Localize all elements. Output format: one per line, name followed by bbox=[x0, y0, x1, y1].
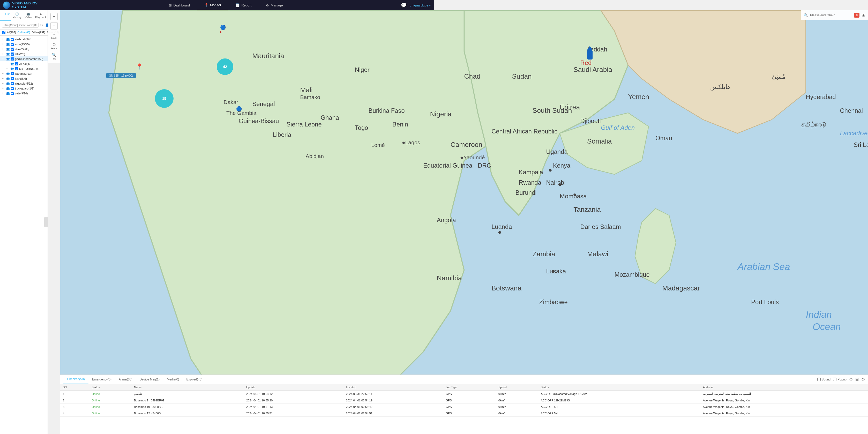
location-pin-zambia[interactable]: 🔵 bbox=[236, 106, 242, 112]
device-checkbox[interactable] bbox=[11, 72, 14, 75]
main-nav: ⊞ Dashboard 📍 Monitor 📄 Report ⚙ Manage bbox=[51, 0, 401, 10]
group-icon: 👥 bbox=[6, 42, 10, 46]
device-checkbox[interactable] bbox=[11, 82, 14, 85]
filter-online[interactable]: Online(66) bbox=[17, 31, 30, 34]
nav-monitor-label: Monitor bbox=[210, 3, 221, 7]
svg-text:Nigeria: Nigeria bbox=[430, 110, 434, 118]
device-checkbox[interactable] bbox=[11, 53, 14, 56]
list-item[interactable]: + 👥 arno(15/25) bbox=[0, 42, 48, 46]
nav-report-label: Report bbox=[241, 3, 251, 7]
device-checkbox[interactable] bbox=[15, 67, 18, 70]
zoom-out-button[interactable]: − bbox=[51, 22, 58, 30]
device-label: ALAJI(1/1) bbox=[19, 62, 33, 65]
list-item[interactable]: + 👥 kayu(6/6) bbox=[0, 76, 48, 81]
expand-icon[interactable]: + bbox=[2, 82, 5, 85]
device-label: icargps(3/13) bbox=[15, 72, 32, 75]
device-checkbox[interactable] bbox=[11, 92, 14, 95]
fence-tool-button[interactable]: ⬡ Fence bbox=[49, 41, 59, 51]
map-svg: Arabian Sea Indian Ocean Atlantic Maurit… bbox=[60, 10, 434, 217]
device-checkbox[interactable] bbox=[15, 62, 18, 65]
svg-text:Bamako: Bamako bbox=[300, 94, 320, 100]
app-title: VIDEO AND IOV SYSTEM bbox=[12, 1, 51, 9]
monitor-icon: 📍 bbox=[204, 3, 209, 7]
all-filter-checkbox[interactable] bbox=[2, 31, 5, 34]
search-input[interactable] bbox=[2, 23, 38, 28]
expand-icon[interactable]: + bbox=[2, 77, 5, 80]
nav-report[interactable]: 📄 Report bbox=[228, 0, 259, 10]
search-area: ↻ 👤 bbox=[0, 21, 48, 30]
refresh-icon[interactable]: ↻ bbox=[39, 23, 43, 28]
expand-icon[interactable]: + bbox=[6, 62, 9, 65]
filter-offline[interactable]: Offline(931) bbox=[32, 31, 45, 34]
pin-icon: 📍 bbox=[136, 63, 143, 70]
map-container: Arabian Sea Indian Ocean Atlantic Maurit… bbox=[60, 10, 434, 217]
report-icon: 📄 bbox=[236, 3, 240, 7]
mark-icon: ✦ bbox=[53, 32, 56, 36]
list-item[interactable]: − 👥 godwishodoom(2/152) bbox=[0, 56, 48, 61]
map-background[interactable]: Arabian Sea Indian Ocean Atlantic Maurit… bbox=[60, 10, 434, 217]
sidebar: ☰ List 🕐 History 📹 Video ▶ Playback ↻ 👤 … bbox=[0, 10, 48, 217]
tab-video[interactable]: 📹 Video bbox=[23, 10, 34, 21]
group-icon: 👥 bbox=[10, 62, 14, 65]
expand-icon[interactable]: + bbox=[2, 48, 5, 51]
nav-dashboard-label: Dashboard bbox=[173, 3, 190, 7]
list-item[interactable]: + 👥 ALAJI(1/1) bbox=[0, 61, 48, 66]
list-item[interactable]: + 👥 nigussie(5/92) bbox=[0, 81, 48, 86]
expand-icon[interactable]: + bbox=[2, 72, 5, 75]
expand-icon[interactable]: + bbox=[2, 38, 5, 41]
expand-icon[interactable]: + bbox=[2, 92, 5, 95]
list-item[interactable]: + 👥 icargps(3/13) bbox=[0, 71, 48, 76]
device-label: kayu(6/6) bbox=[15, 77, 27, 80]
vehicle-pin[interactable]: 📍 bbox=[136, 63, 143, 70]
expand-icon[interactable]: + bbox=[2, 53, 5, 55]
nav-dashboard[interactable]: ⊞ Dashboard bbox=[162, 0, 197, 10]
filter-row: All(997) Online(66) Offline(931) Stared(… bbox=[0, 30, 48, 36]
video-icon: 📹 bbox=[26, 12, 30, 16]
red-alert-pin[interactable]: ● bbox=[220, 29, 222, 34]
filter-all[interactable]: All(997) bbox=[7, 31, 16, 34]
device-checkbox[interactable] bbox=[11, 38, 14, 41]
cluster-marker-42[interactable]: 42 bbox=[217, 58, 233, 75]
mark-tool-button[interactable]: ✦ Mark bbox=[49, 31, 59, 40]
list-item[interactable]: + 👥 MY TURN(1/45) bbox=[0, 66, 48, 71]
find-tool-button[interactable]: 🔍 Find bbox=[49, 52, 59, 61]
sidebar-tabs: ☰ List 🕐 History 📹 Video ▶ Playback bbox=[0, 10, 48, 21]
map-tools-panel: + − ✦ Mark ⬡ Fence 🔍 Find bbox=[48, 10, 60, 63]
cluster-marker-15[interactable]: 15 bbox=[155, 89, 174, 108]
expand-icon[interactable]: + bbox=[2, 87, 5, 90]
zoom-in-button[interactable]: + bbox=[51, 13, 58, 20]
device-label: MY TURN(1/45) bbox=[19, 67, 39, 70]
list-item[interactable]: + 👥 zeta(9/14) bbox=[0, 91, 48, 96]
group-icon: 👥 bbox=[6, 37, 10, 41]
device-checkbox[interactable] bbox=[11, 57, 14, 61]
cluster-value: 15 bbox=[162, 96, 166, 101]
device-checkbox[interactable] bbox=[11, 48, 14, 51]
device-checkbox[interactable] bbox=[11, 77, 14, 80]
svg-text:Dakar: Dakar bbox=[224, 99, 238, 105]
chat-icon[interactable]: 💬 bbox=[401, 2, 407, 8]
tab-playback[interactable]: ▶ Playback bbox=[34, 10, 48, 21]
list-item[interactable]: + 👥 dani(22/60) bbox=[0, 46, 48, 52]
nav-monitor[interactable]: 📍 Monitor bbox=[197, 0, 228, 10]
list-item[interactable]: + 👥 ditil(2/3) bbox=[0, 52, 48, 56]
svg-text:Sierra Leone: Sierra Leone bbox=[286, 121, 322, 128]
logo: VIDEO AND IOV SYSTEM bbox=[3, 1, 51, 9]
expand-icon[interactable]: + bbox=[6, 67, 9, 70]
username-display[interactable]: uniguardgps ▾ bbox=[410, 3, 431, 7]
header-right: 💬 uniguardgps ▾ bbox=[401, 2, 431, 8]
tab-list[interactable]: ☰ List bbox=[0, 10, 11, 21]
device-checkbox[interactable] bbox=[11, 43, 14, 46]
expand-icon[interactable]: + bbox=[2, 43, 5, 45]
list-item[interactable]: + 👥 alwhdah(1/4) bbox=[0, 37, 48, 42]
svg-text:Niger: Niger bbox=[355, 66, 370, 73]
svg-text:Lomé: Lomé bbox=[371, 142, 385, 148]
group-icon: 👥 bbox=[6, 82, 10, 85]
nav-manage[interactable]: ⚙ Manage bbox=[259, 0, 290, 10]
list-item[interactable]: + 👥 truckguard(1/1) bbox=[0, 86, 48, 91]
manage-icon: ⚙ bbox=[266, 3, 269, 7]
history-icon: 🕐 bbox=[15, 12, 19, 16]
globe-icon bbox=[3, 2, 10, 9]
device-checkbox[interactable] bbox=[11, 87, 14, 90]
tab-history[interactable]: 🕐 History bbox=[11, 10, 23, 21]
expand-icon[interactable]: − bbox=[2, 57, 5, 60]
